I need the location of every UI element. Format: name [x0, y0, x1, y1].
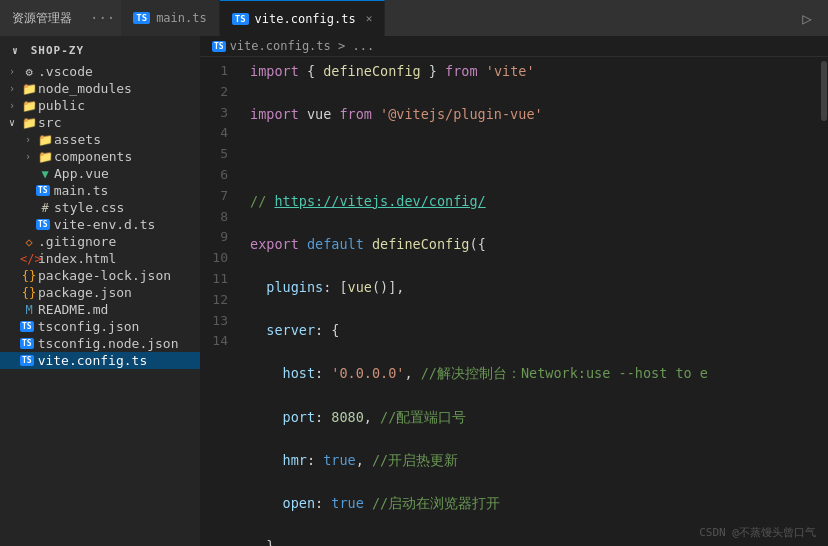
sidebar-item-tsconfig-node[interactable]: TS tsconfig.node.json: [0, 335, 200, 352]
code-line-2: import vue from '@vitejs/plugin-vue': [250, 104, 820, 126]
git-icon: ◇: [20, 235, 38, 249]
md-icon: M: [20, 303, 38, 317]
sidebar-item-package-json[interactable]: {} package.json: [0, 284, 200, 301]
code-line-5: export default defineConfig({: [250, 234, 820, 256]
sidebar-item-label: tsconfig.json: [38, 319, 200, 334]
arrow-icon: ›: [20, 134, 36, 145]
code-line-11: open: true //启动在浏览器打开: [250, 493, 820, 515]
code-editor[interactable]: import { defineConfig } from 'vite' impo…: [242, 57, 820, 546]
scrollbar-thumb[interactable]: [821, 61, 827, 121]
code-line-10: hmr: true, //开启热更新: [250, 450, 820, 472]
sidebar-item-label: README.md: [38, 302, 200, 317]
sidebar-item-label: index.html: [38, 251, 200, 266]
collapse-arrow[interactable]: ∨: [12, 45, 19, 56]
json-icon: {}: [20, 269, 38, 283]
sidebar-item-main-ts[interactable]: TS main.ts: [0, 182, 200, 199]
sidebar-item-index-html[interactable]: </> index.html: [0, 250, 200, 267]
tab-label: vite.config.ts: [255, 12, 356, 26]
sidebar-item-vscode[interactable]: › ⚙ .vscode: [0, 63, 200, 80]
arrow-icon: ∨: [4, 117, 20, 128]
code-line-1: import { defineConfig } from 'vite': [250, 61, 820, 83]
code-line-9: port: 8080, //配置端口号: [250, 407, 820, 429]
arrow-icon: ›: [4, 83, 20, 94]
sidebar-item-vite-env[interactable]: TS vite-env.d.ts: [0, 216, 200, 233]
sidebar-item-label: App.vue: [54, 166, 200, 181]
ts-icon: TS: [20, 355, 34, 366]
code-line-8: host: '0.0.0.0', //解决控制台：Network:use --h…: [250, 363, 820, 385]
title-bar: 资源管理器 ··· TS main.ts TS vite.config.ts ✕…: [0, 0, 828, 36]
ts-icon: TS: [20, 338, 34, 349]
folder-icon: 📁: [36, 150, 54, 164]
explorer-label: 资源管理器: [0, 10, 84, 27]
sidebar-item-node-modules[interactable]: › 📁 node_modules: [0, 80, 200, 97]
vertical-scrollbar[interactable]: [820, 57, 828, 546]
sidebar-item-assets[interactable]: › 📁 assets: [0, 131, 200, 148]
breadcrumb-ts-icon: TS: [212, 41, 226, 52]
sidebar-item-public[interactable]: › 📁 public: [0, 97, 200, 114]
ts-icon: TS: [232, 13, 249, 25]
sidebar-item-readme[interactable]: M README.md: [0, 301, 200, 318]
sidebar-item-vite-config[interactable]: TS vite.config.ts: [0, 352, 200, 369]
folder-icon: 📁: [36, 133, 54, 147]
code-line-7: server: {: [250, 320, 820, 342]
code-line-6: plugins: [vue()],: [250, 277, 820, 299]
sidebar-item-label: .vscode: [38, 64, 200, 79]
html-icon: </>: [20, 252, 38, 266]
sidebar-item-label: src: [38, 115, 200, 130]
arrow-icon: ›: [4, 66, 20, 77]
folder-icon: 📁: [20, 82, 38, 96]
sidebar-item-components[interactable]: › 📁 components: [0, 148, 200, 165]
tab-vite-config-ts[interactable]: TS vite.config.ts ✕: [220, 0, 386, 36]
sidebar: ∨ SHOP-ZY › ⚙ .vscode › 📁 node_modules ›…: [0, 36, 200, 546]
arrow-icon: ›: [20, 151, 36, 162]
sidebar-item-package-lock[interactable]: {} package-lock.json: [0, 267, 200, 284]
tab-close-button[interactable]: ✕: [366, 12, 373, 25]
breadcrumb: TS vite.config.ts > ...: [200, 36, 828, 57]
tab-label: main.ts: [156, 11, 207, 25]
sidebar-item-label: node_modules: [38, 81, 200, 96]
tab-main-ts[interactable]: TS main.ts: [121, 0, 219, 36]
ts-icon: TS: [36, 185, 50, 196]
code-line-3: [250, 147, 820, 169]
sidebar-item-label: vite-env.d.ts: [54, 217, 200, 232]
sidebar-item-src[interactable]: ∨ 📁 src: [0, 114, 200, 131]
sidebar-item-tsconfig[interactable]: TS tsconfig.json: [0, 318, 200, 335]
main-area: ∨ SHOP-ZY › ⚙ .vscode › 📁 node_modules ›…: [0, 36, 828, 546]
sidebar-item-label: assets: [54, 132, 200, 147]
breadcrumb-path: vite.config.ts > ...: [230, 39, 375, 53]
folder-icon: 📁: [20, 99, 38, 113]
ts-icon: TS: [20, 321, 34, 332]
ts-icon: TS: [36, 219, 50, 230]
sidebar-item-label: .gitignore: [38, 234, 200, 249]
sidebar-item-style-css[interactable]: # style.css: [0, 199, 200, 216]
vue-icon: ▼: [36, 167, 54, 181]
sidebar-item-label: main.ts: [54, 183, 200, 198]
sidebar-item-label: package.json: [38, 285, 200, 300]
arrow-icon: ›: [4, 100, 20, 111]
sidebar-item-app-vue[interactable]: ▼ App.vue: [0, 165, 200, 182]
sidebar-item-label: vite.config.ts: [38, 353, 200, 368]
sidebar-item-label: components: [54, 149, 200, 164]
sidebar-item-label: tsconfig.node.json: [38, 336, 200, 351]
sidebar-item-label: style.css: [54, 200, 200, 215]
sidebar-title: ∨ SHOP-ZY: [0, 40, 200, 63]
run-button[interactable]: ▷: [786, 9, 828, 28]
sidebar-item-label: package-lock.json: [38, 268, 200, 283]
tab-bar: TS main.ts TS vite.config.ts ✕: [121, 0, 385, 36]
title-bar-dots[interactable]: ···: [84, 10, 121, 26]
sidebar-item-label: public: [38, 98, 200, 113]
line-numbers: 1 2 3 4 5 6 7 8 9 10 11 12 13 14: [200, 57, 242, 546]
folder-icon: 📁: [20, 116, 38, 130]
code-container[interactable]: 1 2 3 4 5 6 7 8 9 10 11 12 13 14 import …: [200, 57, 828, 546]
code-line-4: // https://vitejs.dev/config/: [250, 191, 820, 213]
folder-icon: ⚙: [20, 65, 38, 79]
watermark: CSDN @不蒸馒头曾口气: [699, 525, 816, 540]
css-icon: #: [36, 201, 54, 215]
sidebar-item-gitignore[interactable]: ◇ .gitignore: [0, 233, 200, 250]
ts-icon: TS: [133, 12, 150, 24]
editor-area: TS vite.config.ts > ... 1 2 3 4 5 6 7 8 …: [200, 36, 828, 546]
json-icon: {}: [20, 286, 38, 300]
